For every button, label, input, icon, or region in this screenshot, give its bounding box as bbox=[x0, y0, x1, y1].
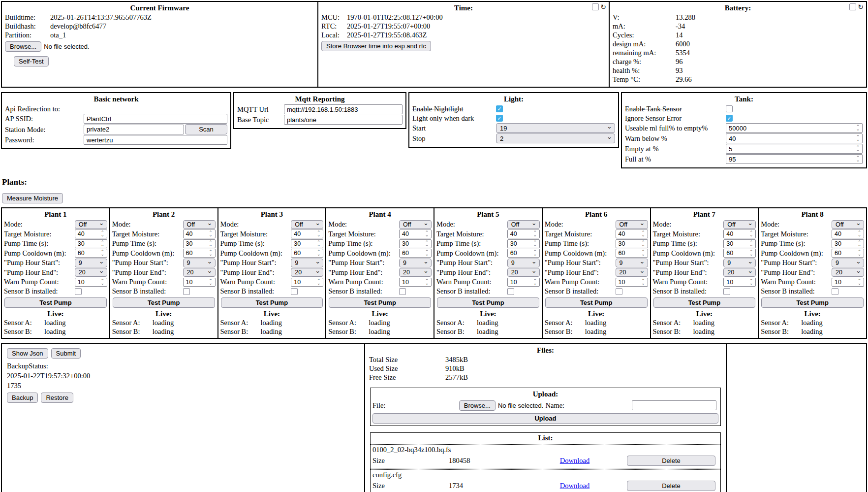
pump-hour-end-select[interactable]: 20⌄ bbox=[75, 268, 107, 277]
target-moisture-input[interactable]: 40⌃⌄ bbox=[183, 230, 216, 238]
target-moisture-input[interactable]: 40⌃⌄ bbox=[832, 230, 864, 238]
warn-below-input[interactable]: 40⌃⌄ bbox=[726, 133, 863, 143]
download-link[interactable]: Download bbox=[560, 457, 589, 464]
spinner-icon[interactable]: ⌃⌄ bbox=[855, 126, 862, 131]
warn-pump-count-input[interactable]: 10⌃⌄ bbox=[399, 278, 432, 287]
warn-pump-count-input[interactable]: 10⌃⌄ bbox=[75, 278, 107, 287]
mode-select[interactable]: Off⌄ bbox=[291, 220, 323, 229]
spinner-icon[interactable]: ⌃⌄ bbox=[424, 241, 431, 246]
spinner-icon[interactable]: ⌃⌄ bbox=[640, 280, 647, 285]
pump-cooldown-input[interactable]: 60⌃⌄ bbox=[723, 249, 756, 258]
test-pump-button[interactable]: Test Pump bbox=[4, 297, 107, 308]
pump-hour-end-select[interactable]: 20⌄ bbox=[399, 268, 432, 277]
spinner-icon[interactable]: ⌃⌄ bbox=[424, 251, 431, 256]
pump-time-input[interactable]: 30⌃⌄ bbox=[291, 239, 323, 248]
pump-hour-end-select[interactable]: 20⌄ bbox=[832, 268, 864, 277]
pump-hour-end-select[interactable]: 20⌄ bbox=[291, 268, 323, 277]
spinner-icon[interactable]: ⌃⌄ bbox=[856, 280, 863, 285]
scan-button[interactable]: Scan bbox=[185, 124, 227, 134]
spinner-icon[interactable]: ⌃⌄ bbox=[315, 280, 322, 285]
spinner-icon[interactable]: ⌃⌄ bbox=[856, 251, 863, 256]
battery-auto-checkbox[interactable] bbox=[849, 3, 856, 10]
spinner-icon[interactable]: ⌃⌄ bbox=[640, 241, 647, 246]
pump-time-input[interactable]: 30⌃⌄ bbox=[75, 239, 107, 248]
mode-select[interactable]: Off⌄ bbox=[832, 220, 864, 229]
spinner-icon[interactable]: ⌃⌄ bbox=[99, 251, 106, 256]
ignore-sensor-error-checkbox[interactable] bbox=[726, 115, 733, 122]
spinner-icon[interactable]: ⌃⌄ bbox=[315, 231, 322, 236]
password-input[interactable]: wertertzu bbox=[84, 135, 227, 145]
spinner-icon[interactable]: ⌃⌄ bbox=[856, 231, 863, 236]
pump-cooldown-input[interactable]: 60⌃⌄ bbox=[616, 249, 648, 258]
spinner-icon[interactable]: ⌃⌄ bbox=[208, 280, 215, 285]
spinner-icon[interactable]: ⌃⌄ bbox=[99, 280, 106, 285]
mode-select[interactable]: Off⌄ bbox=[723, 220, 756, 229]
sensor-b-checkbox[interactable] bbox=[75, 288, 82, 295]
pump-cooldown-input[interactable]: 60⌃⌄ bbox=[832, 249, 864, 258]
spinner-icon[interactable]: ⌃⌄ bbox=[208, 251, 215, 256]
spinner-icon[interactable]: ⌃⌄ bbox=[855, 157, 862, 162]
restore-button[interactable]: Restore bbox=[41, 393, 73, 403]
spinner-icon[interactable]: ⌃⌄ bbox=[640, 231, 647, 236]
spinner-icon[interactable]: ⌃⌄ bbox=[856, 241, 863, 246]
light-stop-select[interactable]: 2⌄ bbox=[496, 133, 615, 143]
time-refresh-icon[interactable]: ↻ bbox=[600, 3, 606, 10]
light-start-select[interactable]: 19⌄ bbox=[496, 123, 615, 133]
light-only-dark-checkbox[interactable] bbox=[496, 115, 503, 122]
pump-hour-start-select[interactable]: 9⌄ bbox=[723, 259, 756, 267]
spinner-icon[interactable]: ⌃⌄ bbox=[640, 251, 647, 256]
pump-time-input[interactable]: 30⌃⌄ bbox=[399, 239, 432, 248]
target-moisture-input[interactable]: 40⌃⌄ bbox=[291, 230, 323, 238]
sensor-b-checkbox[interactable] bbox=[399, 288, 406, 295]
spinner-icon[interactable]: ⌃⌄ bbox=[532, 241, 539, 246]
battery-refresh-icon[interactable]: ↻ bbox=[858, 3, 864, 10]
pump-cooldown-input[interactable]: 60⌃⌄ bbox=[291, 249, 323, 258]
mqtt-url-input[interactable]: mqtt://192.168.1.50:1883 bbox=[284, 104, 403, 114]
ap-ssid-input[interactable]: PlantCtrl bbox=[84, 114, 227, 124]
sensor-b-checkbox[interactable] bbox=[723, 288, 730, 295]
sensor-b-checkbox[interactable] bbox=[832, 288, 838, 295]
store-browser-time-button[interactable]: Store Browser time into esp and rtc bbox=[321, 41, 431, 51]
download-link[interactable]: Download bbox=[560, 482, 589, 490]
pump-hour-start-select[interactable]: 9⌄ bbox=[399, 259, 432, 267]
backup-button[interactable]: Backup bbox=[7, 393, 38, 403]
target-moisture-input[interactable]: 40⌃⌄ bbox=[75, 230, 107, 238]
enable-nightlight-checkbox[interactable] bbox=[496, 105, 503, 112]
test-pump-button[interactable]: Test Pump bbox=[653, 297, 756, 308]
test-pump-button[interactable]: Test Pump bbox=[221, 297, 323, 308]
upload-browse-button[interactable]: Browse... bbox=[459, 400, 496, 411]
pump-hour-start-select[interactable]: 9⌄ bbox=[507, 259, 540, 267]
spinner-icon[interactable]: ⌃⌄ bbox=[208, 231, 215, 236]
warn-pump-count-input[interactable]: 10⌃⌄ bbox=[507, 278, 540, 287]
pump-cooldown-input[interactable]: 60⌃⌄ bbox=[507, 249, 540, 258]
spinner-icon[interactable]: ⌃⌄ bbox=[208, 241, 215, 246]
pump-cooldown-input[interactable]: 60⌃⌄ bbox=[183, 249, 216, 258]
spinner-icon[interactable]: ⌃⌄ bbox=[748, 231, 755, 236]
upload-name-input[interactable] bbox=[632, 400, 716, 410]
spinner-icon[interactable]: ⌃⌄ bbox=[532, 231, 539, 236]
test-pump-button[interactable]: Test Pump bbox=[113, 297, 215, 308]
mode-select[interactable]: Off⌄ bbox=[75, 220, 107, 229]
warn-pump-count-input[interactable]: 10⌃⌄ bbox=[183, 278, 216, 287]
pump-cooldown-input[interactable]: 60⌃⌄ bbox=[75, 249, 107, 258]
show-json-button[interactable]: Show Json bbox=[7, 348, 48, 359]
target-moisture-input[interactable]: 40⌃⌄ bbox=[723, 230, 756, 238]
enable-tank-sensor-checkbox[interactable] bbox=[726, 105, 733, 112]
spinner-icon[interactable]: ⌃⌄ bbox=[748, 241, 755, 246]
pump-hour-start-select[interactable]: 9⌄ bbox=[616, 259, 648, 267]
test-pump-button[interactable]: Test Pump bbox=[329, 297, 431, 308]
sensor-b-checkbox[interactable] bbox=[291, 288, 298, 295]
spinner-icon[interactable]: ⌃⌄ bbox=[315, 251, 322, 256]
pump-hour-start-select[interactable]: 9⌄ bbox=[75, 259, 107, 267]
warn-pump-count-input[interactable]: 10⌃⌄ bbox=[723, 278, 756, 287]
pump-time-input[interactable]: 30⌃⌄ bbox=[832, 239, 864, 248]
delete-button[interactable]: Delete bbox=[627, 481, 715, 491]
warn-pump-count-input[interactable]: 10⌃⌄ bbox=[291, 278, 323, 287]
station-mode-input[interactable]: private2 bbox=[84, 125, 184, 134]
pump-hour-end-select[interactable]: 20⌄ bbox=[183, 268, 216, 277]
sensor-b-checkbox[interactable] bbox=[507, 288, 514, 295]
pump-hour-end-select[interactable]: 20⌄ bbox=[723, 268, 756, 277]
warn-pump-count-input[interactable]: 10⌃⌄ bbox=[616, 278, 648, 287]
test-pump-button[interactable]: Test Pump bbox=[761, 297, 864, 308]
pump-time-input[interactable]: 30⌃⌄ bbox=[183, 239, 216, 248]
